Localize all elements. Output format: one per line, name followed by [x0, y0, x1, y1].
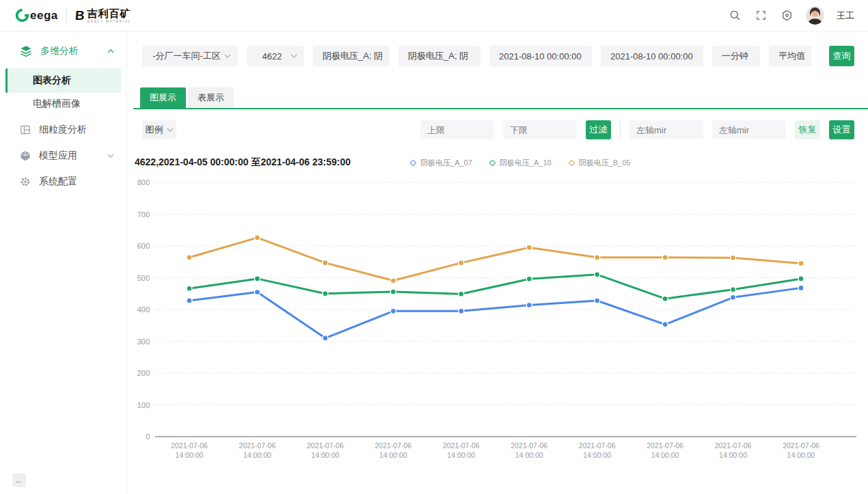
- data-point[interactable]: [526, 302, 532, 307]
- lower-limit-input[interactable]: [503, 120, 577, 139]
- sidebar-item-label: 细粒度分析: [39, 124, 114, 136]
- data-point[interactable]: [798, 276, 804, 282]
- data-point[interactable]: [662, 322, 668, 327]
- sidebar-item-granularity-analysis[interactable]: 细粒度分析: [0, 117, 126, 143]
- y-axis-tick: 100: [137, 401, 150, 409]
- user-name[interactable]: 王工: [837, 10, 854, 22]
- legend-select[interactable]: 图例: [142, 120, 176, 139]
- app-header: eega B 吉利百矿 GEELY MATERIAL: [0, 0, 868, 31]
- settings-button[interactable]: 设置: [829, 120, 854, 139]
- sidebar-item-label: 多维分析: [40, 45, 107, 57]
- legend-item-阴极电压_A_10[interactable]: 阴极电压_A_10: [490, 158, 552, 168]
- chevron-down-icon: [290, 54, 297, 58]
- data-point[interactable]: [254, 276, 260, 282]
- sidebar-item-multidim-analysis[interactable]: 多维分析: [0, 38, 126, 64]
- data-point[interactable]: [731, 294, 736, 300]
- cell-select-value: 4622: [254, 51, 290, 61]
- chevron-up-icon: [107, 49, 114, 53]
- settings-icon[interactable]: [780, 9, 794, 23]
- end-time-select[interactable]: 2021-08-10 00:00:00: [601, 46, 703, 66]
- data-point[interactable]: [323, 291, 328, 297]
- data-point[interactable]: [187, 298, 192, 303]
- fullscreen-icon[interactable]: [754, 9, 768, 23]
- partner-mark-icon: B: [74, 8, 85, 23]
- y-axis-tick: 500: [137, 274, 150, 282]
- region-select-value: -分厂一车间-工区: [149, 50, 224, 62]
- cube-icon: [19, 150, 31, 162]
- data-point[interactable]: [595, 272, 600, 277]
- tab-table-view[interactable]: 表展示: [188, 87, 234, 108]
- sidebar-item-label: 模型应用: [39, 150, 107, 162]
- avatar[interactable]: [806, 6, 824, 25]
- data-point[interactable]: [798, 261, 804, 266]
- legend-marker: [568, 159, 575, 166]
- legend-item-阴极电压_B_05[interactable]: 阴极电压_B_05: [569, 158, 631, 168]
- data-point[interactable]: [595, 255, 600, 260]
- sidebar-item-cell-profile[interactable]: 电解槽画像: [0, 93, 126, 115]
- y-axis-tick: 600: [137, 242, 150, 250]
- data-point[interactable]: [390, 278, 396, 284]
- data-point[interactable]: [390, 289, 396, 294]
- sidebar-collapse-button[interactable]: ←: [12, 474, 26, 487]
- data-point[interactable]: [459, 308, 464, 314]
- gear-icon: [19, 176, 31, 188]
- metric1-select[interactable]: 阴极电压_A; 阴: [313, 46, 390, 66]
- metric2-select-value: 阴极电压_A; 阴: [405, 50, 471, 62]
- filter-button[interactable]: 过滤: [586, 120, 611, 139]
- restore-button[interactable]: 恢复: [795, 120, 820, 139]
- x-axis-tick-date: 2021-07-06: [579, 441, 616, 450]
- partner-name: 吉利百矿: [87, 8, 131, 18]
- legend-item-阴极电压_A_07[interactable]: 阴极电压_A_07: [411, 158, 472, 168]
- x-axis-tick-time: 14:00:00: [787, 451, 815, 459]
- data-point[interactable]: [526, 276, 532, 282]
- legend-select-label: 图例: [146, 124, 163, 136]
- upper-limit-input[interactable]: [420, 120, 494, 139]
- data-point[interactable]: [254, 235, 260, 241]
- data-point[interactable]: [323, 335, 328, 341]
- data-point[interactable]: [323, 260, 328, 266]
- line-chart: 01002003004005006007008002021-07-0614:00…: [131, 172, 859, 471]
- data-point[interactable]: [254, 289, 260, 294]
- sidebar: 多维分析 图表分析 电解槽画像 细粒度分析: [0, 31, 127, 494]
- sidebar-item-chart-analysis[interactable]: 图表分析: [5, 68, 121, 93]
- start-time-select[interactable]: 2021-08-10 00:00:00: [489, 46, 592, 66]
- data-point[interactable]: [798, 285, 804, 290]
- sidebar-item-system-config[interactable]: 系统配置: [0, 169, 126, 195]
- logo: eega B 吉利百矿 GEELY MATERIAL: [15, 8, 131, 23]
- aggregation-select[interactable]: 平均值: [769, 46, 811, 66]
- left-axis-min-input[interactable]: [629, 120, 703, 139]
- data-point[interactable]: [526, 245, 532, 250]
- data-point[interactable]: [187, 255, 192, 260]
- data-point[interactable]: [459, 260, 464, 266]
- data-point[interactable]: [662, 296, 668, 301]
- y-axis-tick: 0: [146, 433, 150, 441]
- end-time-value: 2021-08-10 00:00:00: [608, 51, 696, 61]
- brand-text: eega: [30, 9, 58, 23]
- y-axis-tick: 400: [137, 305, 150, 314]
- search-icon[interactable]: [728, 9, 742, 23]
- series-line-阴极电压_B_05: [189, 238, 801, 281]
- y-axis-tick: 700: [137, 210, 150, 219]
- grid-icon: [19, 124, 31, 136]
- cell-select[interactable]: 4622: [247, 46, 304, 66]
- data-point[interactable]: [187, 286, 192, 291]
- logo-divider: [66, 9, 67, 23]
- sidebar-item-label: 系统配置: [39, 176, 114, 188]
- data-point[interactable]: [390, 308, 396, 314]
- geega-logo: eega: [15, 8, 58, 23]
- data-point[interactable]: [731, 255, 736, 260]
- data-point[interactable]: [731, 287, 736, 292]
- data-point[interactable]: [459, 291, 464, 297]
- query-button[interactable]: 查询: [829, 46, 854, 66]
- chevron-down-icon: [471, 54, 474, 58]
- region-select[interactable]: -分厂一车间-工区: [142, 46, 238, 66]
- metric2-select[interactable]: 阴极电压_A; 阴: [398, 46, 480, 66]
- data-point[interactable]: [662, 255, 668, 260]
- left-axis-max-input[interactable]: [712, 120, 786, 139]
- data-point[interactable]: [595, 298, 600, 303]
- x-axis-tick-time: 14:00:00: [379, 451, 407, 459]
- interval-select[interactable]: 一分钟: [712, 46, 760, 66]
- sidebar-item-model-application[interactable]: 模型应用: [0, 143, 126, 169]
- tab-chart-view[interactable]: 图展示: [140, 87, 186, 108]
- legend-label: 阴极电压_A_07: [420, 158, 472, 168]
